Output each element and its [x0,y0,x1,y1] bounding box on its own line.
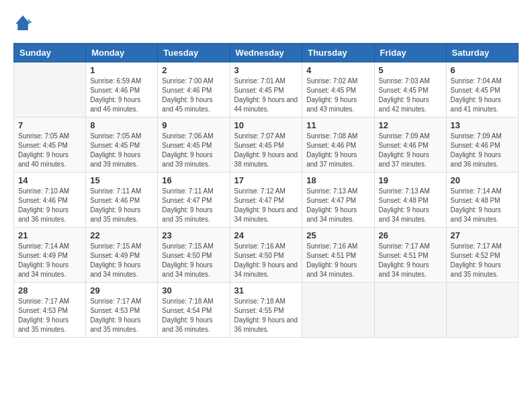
day-number: 25 [306,230,369,240]
day-number: 19 [379,175,442,185]
day-info: Sunrise: 7:04 AMSunset: 4:45 PMDaylight:… [451,77,514,114]
calendar-cell: 21Sunrise: 7:14 AMSunset: 4:49 PMDayligh… [14,228,86,283]
day-number: 21 [18,230,81,240]
calendar-cell [14,62,86,118]
calendar-cell: 4Sunrise: 7:02 AMSunset: 4:45 PMDaylight… [302,62,374,118]
day-header-tuesday: Tuesday [158,44,230,62]
day-number: 30 [162,285,225,295]
day-header-saturday: Saturday [446,44,518,62]
calendar-table: SundayMondayTuesdayWednesdayThursdayFrid… [13,43,519,338]
day-info: Sunrise: 7:05 AMSunset: 4:45 PMDaylight:… [18,132,81,169]
calendar-cell: 10Sunrise: 7:07 AMSunset: 4:45 PMDayligh… [230,118,302,173]
calendar-week-row: 14Sunrise: 7:10 AMSunset: 4:46 PMDayligh… [14,173,519,228]
calendar-cell: 17Sunrise: 7:12 AMSunset: 4:47 PMDayligh… [230,173,302,228]
day-info: Sunrise: 7:16 AMSunset: 4:50 PMDaylight:… [234,242,298,279]
day-info: Sunrise: 7:08 AMSunset: 4:46 PMDaylight:… [306,132,369,169]
calendar-cell: 31Sunrise: 7:18 AMSunset: 4:55 PMDayligh… [230,283,302,338]
day-info: Sunrise: 7:13 AMSunset: 4:47 PMDaylight:… [306,187,369,224]
calendar-cell: 23Sunrise: 7:15 AMSunset: 4:50 PMDayligh… [158,228,230,283]
day-header-wednesday: Wednesday [230,44,302,62]
day-header-sunday: Sunday [14,44,86,62]
calendar-cell: 3Sunrise: 7:01 AMSunset: 4:45 PMDaylight… [230,62,302,118]
day-info: Sunrise: 7:17 AMSunset: 4:53 PMDaylight:… [18,297,81,334]
day-info: Sunrise: 7:09 AMSunset: 4:46 PMDaylight:… [451,132,514,169]
day-header-thursday: Thursday [302,44,374,62]
day-number: 28 [18,285,81,295]
day-info: Sunrise: 7:02 AMSunset: 4:45 PMDaylight:… [306,77,369,114]
day-info: Sunrise: 7:03 AMSunset: 4:45 PMDaylight:… [379,77,442,114]
day-number: 15 [90,175,153,185]
calendar-cell: 2Sunrise: 7:00 AMSunset: 4:46 PMDaylight… [158,62,230,118]
day-header-monday: Monday [86,44,158,62]
calendar-cell: 19Sunrise: 7:13 AMSunset: 4:48 PMDayligh… [374,173,446,228]
day-number: 7 [18,120,81,130]
calendar-cell: 7Sunrise: 7:05 AMSunset: 4:45 PMDaylight… [14,118,86,173]
day-number: 9 [162,120,225,130]
calendar-cell: 24Sunrise: 7:16 AMSunset: 4:50 PMDayligh… [230,228,302,283]
day-number: 17 [234,175,298,185]
day-number: 1 [90,65,153,75]
calendar-cell [374,283,446,338]
day-info: Sunrise: 7:17 AMSunset: 4:51 PMDaylight:… [379,242,442,279]
calendar-cell: 11Sunrise: 7:08 AMSunset: 4:46 PMDayligh… [302,118,374,173]
day-number: 29 [90,285,153,295]
day-info: Sunrise: 7:10 AMSunset: 4:46 PMDaylight:… [18,187,81,224]
calendar-cell: 13Sunrise: 7:09 AMSunset: 4:46 PMDayligh… [446,118,518,173]
day-info: Sunrise: 7:17 AMSunset: 4:53 PMDaylight:… [90,297,153,334]
calendar-cell: 28Sunrise: 7:17 AMSunset: 4:53 PMDayligh… [14,283,86,338]
day-info: Sunrise: 7:09 AMSunset: 4:46 PMDaylight:… [379,132,442,169]
calendar-week-row: 1Sunrise: 6:59 AMSunset: 4:46 PMDaylight… [14,62,519,118]
day-number: 2 [162,65,225,75]
day-info: Sunrise: 7:14 AMSunset: 4:48 PMDaylight:… [451,187,514,224]
calendar-cell: 20Sunrise: 7:14 AMSunset: 4:48 PMDayligh… [446,173,518,228]
day-info: Sunrise: 7:11 AMSunset: 4:46 PMDaylight:… [90,187,153,224]
day-number: 23 [162,230,225,240]
day-number: 16 [162,175,225,185]
page-header [13,13,519,32]
calendar-cell: 1Sunrise: 6:59 AMSunset: 4:46 PMDaylight… [86,62,158,118]
day-number: 6 [451,65,514,75]
calendar-cell [302,283,374,338]
day-info: Sunrise: 7:07 AMSunset: 4:45 PMDaylight:… [234,132,298,169]
calendar-cell: 14Sunrise: 7:10 AMSunset: 4:46 PMDayligh… [14,173,86,228]
day-info: Sunrise: 7:18 AMSunset: 4:54 PMDaylight:… [162,297,225,334]
day-number: 22 [90,230,153,240]
calendar-cell: 5Sunrise: 7:03 AMSunset: 4:45 PMDaylight… [374,62,446,118]
day-number: 5 [379,65,442,75]
day-number: 14 [18,175,81,185]
day-number: 8 [90,120,153,130]
day-number: 31 [234,285,298,295]
calendar-cell: 25Sunrise: 7:16 AMSunset: 4:51 PMDayligh… [302,228,374,283]
calendar-week-row: 7Sunrise: 7:05 AMSunset: 4:45 PMDaylight… [14,118,519,173]
day-number: 24 [234,230,298,240]
calendar-cell: 8Sunrise: 7:05 AMSunset: 4:45 PMDaylight… [86,118,158,173]
day-number: 27 [451,230,514,240]
calendar-cell: 16Sunrise: 7:11 AMSunset: 4:47 PMDayligh… [158,173,230,228]
day-number: 11 [306,120,369,130]
calendar-cell: 30Sunrise: 7:18 AMSunset: 4:54 PMDayligh… [158,283,230,338]
day-number: 26 [379,230,442,240]
day-info: Sunrise: 7:13 AMSunset: 4:48 PMDaylight:… [379,187,442,224]
day-info: Sunrise: 7:01 AMSunset: 4:45 PMDaylight:… [234,77,298,114]
day-number: 3 [234,65,298,75]
logo-icon [13,13,32,32]
calendar-cell: 26Sunrise: 7:17 AMSunset: 4:51 PMDayligh… [374,228,446,283]
day-number: 20 [451,175,514,185]
calendar-cell: 22Sunrise: 7:15 AMSunset: 4:49 PMDayligh… [86,228,158,283]
day-info: Sunrise: 7:00 AMSunset: 4:46 PMDaylight:… [162,77,225,114]
calendar-week-row: 28Sunrise: 7:17 AMSunset: 4:53 PMDayligh… [14,283,519,338]
day-info: Sunrise: 7:12 AMSunset: 4:47 PMDaylight:… [234,187,298,224]
calendar-cell: 15Sunrise: 7:11 AMSunset: 4:46 PMDayligh… [86,173,158,228]
calendar-header-row: SundayMondayTuesdayWednesdayThursdayFrid… [14,44,519,62]
day-info: Sunrise: 7:16 AMSunset: 4:51 PMDaylight:… [306,242,369,279]
logo [13,13,35,32]
day-info: Sunrise: 7:15 AMSunset: 4:49 PMDaylight:… [90,242,153,279]
calendar-cell: 27Sunrise: 7:17 AMSunset: 4:52 PMDayligh… [446,228,518,283]
day-info: Sunrise: 6:59 AMSunset: 4:46 PMDaylight:… [90,77,153,114]
day-number: 13 [451,120,514,130]
calendar-week-row: 21Sunrise: 7:14 AMSunset: 4:49 PMDayligh… [14,228,519,283]
calendar-cell [446,283,518,338]
calendar-cell: 9Sunrise: 7:06 AMSunset: 4:45 PMDaylight… [158,118,230,173]
day-info: Sunrise: 7:15 AMSunset: 4:50 PMDaylight:… [162,242,225,279]
day-number: 18 [306,175,369,185]
